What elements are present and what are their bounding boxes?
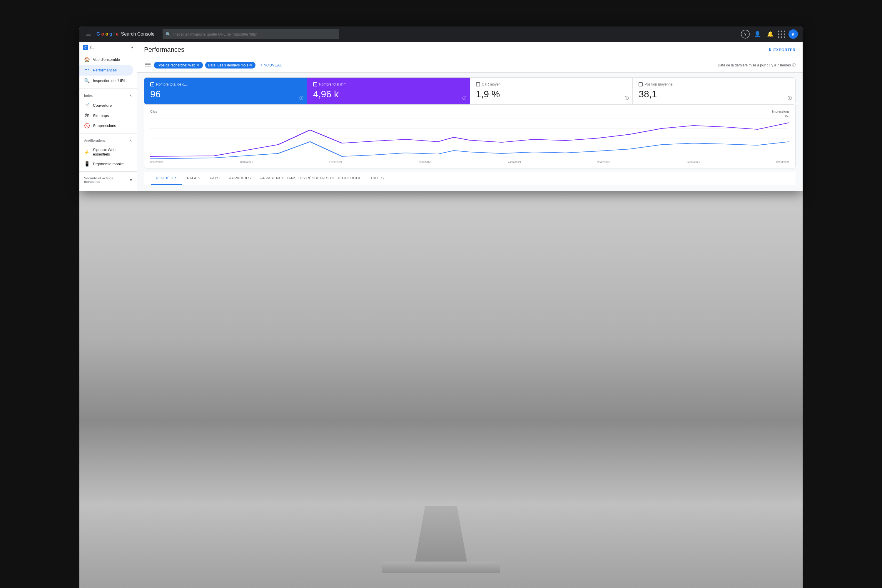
tab-apparence[interactable]: APPARENCE DANS LES RÉSULTATS DE RECHERCH…: [255, 172, 366, 184]
sidebar-item-label: Ergonomie mobile: [93, 162, 124, 166]
property-name: c...: [90, 45, 129, 50]
x-label: 08/03/2021: [776, 160, 789, 164]
index-nav-section: 📄 Couverture 🗺 Sitemaps 🚫 Suppressions: [80, 99, 137, 132]
metric-label: Nombre total d'im...: [319, 82, 350, 86]
anciens-chevron[interactable]: ▾: [130, 191, 132, 191]
metric-value: 1,9 %: [476, 89, 627, 100]
filter-chip-label: Type de recherche: Web: [157, 63, 195, 68]
sidebar-item-suppressions[interactable]: 🚫 Suppressions: [80, 120, 133, 131]
nav-divider-3: [80, 171, 137, 172]
topbar: ☰ Google Search Console 🔍 ? 👤 🔔 a: [80, 27, 802, 42]
sidebar-item-performances[interactable]: 〜 Performances: [80, 64, 133, 75]
signaux-web-icon: ⚡: [84, 149, 89, 155]
couverture-icon: 📄: [84, 103, 89, 108]
filter-chip-search-type[interactable]: Type de recherche: Web ✏: [154, 62, 203, 69]
securite-chevron[interactable]: ▾: [130, 178, 132, 182]
tab-requetes[interactable]: REQUÊTES: [151, 172, 182, 184]
metric-value: 4,96 k: [313, 89, 464, 100]
filter-chip-edit-icon: ✏: [196, 63, 200, 68]
metric-info-icon: ⓘ: [299, 96, 303, 101]
content-header: Performances ⬇ EXPORTER: [137, 42, 802, 58]
metric-info-icon: ⓘ: [462, 96, 466, 101]
metric-card-position[interactable]: Position moyenne 38,1 ⓘ: [633, 78, 795, 104]
x-label: 16/02/2021: [329, 160, 342, 164]
metrics-cards: ✓ Nombre total de c... 96 ⓘ ✓ Nombre tot…: [144, 77, 796, 105]
filter-icon[interactable]: [144, 61, 152, 69]
property-selector[interactable]: C c... ▾: [80, 42, 137, 53]
ergonomie-icon: 📱: [84, 161, 89, 167]
filter-chip-date[interactable]: Date: Les 3 derniers mois ✏: [205, 62, 256, 69]
search-nav-icon: 🔍: [84, 78, 89, 84]
metric-checkbox: ✓: [313, 82, 317, 86]
metric-card-impressions[interactable]: ✓ Nombre total d'im... 4,96 k ⓘ: [307, 78, 470, 104]
index-section-header: Index ∧: [80, 90, 137, 99]
property-chevron: ▾: [131, 45, 133, 50]
sidebar-item-url-inspection[interactable]: 🔍 Inspection de l'URL: [80, 75, 133, 86]
tab-dates[interactable]: DATES: [366, 172, 388, 184]
metric-info-icon: ⓘ: [625, 96, 629, 101]
metric-value: 38,1: [639, 89, 789, 100]
menu-icon[interactable]: ☰: [84, 29, 93, 39]
main-nav-section: 🏠 Vue d'ensemble 〜 Performances 🔍 Inspec…: [80, 53, 137, 87]
nav-divider-4: [80, 186, 137, 186]
users-button[interactable]: 👤: [752, 29, 763, 39]
tab-pays[interactable]: PAYS: [205, 172, 224, 184]
suppressions-icon: 🚫: [84, 123, 89, 129]
metric-card-clics[interactable]: ✓ Nombre total de c... 96 ⓘ: [144, 78, 307, 104]
main-layout: C c... ▾ 🏠 Vue d'ensemble 〜 Performances…: [80, 42, 802, 191]
chart-y-right-max: 450: [784, 114, 789, 118]
export-label: EXPORTER: [773, 48, 796, 52]
metric-card-header: ✓ Nombre total de c...: [150, 82, 301, 86]
chart-icon: 〜: [84, 67, 89, 73]
x-label: 04/03/2021: [687, 160, 700, 164]
apps-button[interactable]: [778, 30, 786, 38]
browser-window: ☰ Google Search Console 🔍 ? 👤 🔔 a: [80, 27, 802, 191]
app-logo: Google Search Console: [96, 32, 154, 37]
search-input[interactable]: [163, 29, 339, 39]
sidebar-item-label: Couverture: [93, 103, 112, 108]
chart-left-label: Clics: [150, 110, 157, 113]
help-button[interactable]: ?: [741, 30, 750, 39]
tab-appareils[interactable]: APPAREILS: [224, 172, 255, 184]
x-label: 12/02/2021: [240, 160, 253, 164]
sidebar-item-label: Vue d'ensemble: [93, 57, 120, 62]
securite-section-header[interactable]: Sécurité et actions manuelles ▾: [80, 173, 137, 184]
metric-card-ctr[interactable]: CTR moyen 1,9 % ⓘ: [470, 78, 633, 104]
metric-checkbox: [639, 82, 643, 86]
notifications-button[interactable]: 🔔: [765, 29, 776, 39]
new-filter-button[interactable]: + NOUVEAU: [258, 62, 285, 69]
metrics-area: ✓ Nombre total de c... 96 ⓘ ✓ Nombre tot…: [137, 73, 802, 189]
anciens-section-header[interactable]: Anciens outils et rapports ▾: [80, 187, 137, 191]
metric-info-icon: ⓘ: [788, 96, 792, 101]
export-button[interactable]: ⬇ EXPORTER: [768, 48, 796, 52]
sidebar-item-sitemaps[interactable]: 🗺 Sitemaps: [80, 111, 133, 120]
metric-value: 96: [150, 89, 301, 100]
topbar-actions: ? 👤 🔔 a: [741, 29, 798, 39]
metric-label: Position moyenne: [645, 82, 672, 86]
chart-svg: [150, 118, 789, 159]
search-bar: 🔍: [163, 29, 339, 39]
tab-pages[interactable]: PAGES: [182, 172, 205, 184]
x-label: 24/02/2021: [508, 160, 521, 164]
ameliorations-nav-section: ⚡ Signaux Web essentiels 📱 Ergonomie mob…: [80, 144, 137, 170]
chart-container: Clics Impressions 450: [144, 105, 796, 168]
index-chevron[interactable]: ∧: [129, 93, 132, 98]
filter-date-info: Date de la dernière mise à jour : il y a…: [718, 63, 796, 68]
date-update-label: Date de la dernière mise à jour : il y a…: [718, 63, 791, 68]
sidebar-item-ergonomie[interactable]: 📱 Ergonomie mobile: [80, 159, 133, 169]
sidebar-item-label: Inspection de l'URL: [93, 78, 126, 83]
x-label: 08/02/2021: [150, 160, 164, 164]
sidebar-item-overview[interactable]: 🏠 Vue d'ensemble: [80, 54, 133, 64]
metric-card-header: Position moyenne: [639, 82, 789, 86]
sidebar-item-couverture[interactable]: 📄 Couverture: [80, 100, 133, 111]
sidebar-item-label: Performances: [93, 68, 117, 72]
chart-right-label: Impressions: [772, 110, 789, 113]
user-avatar[interactable]: a: [789, 29, 798, 39]
ameliorations-chevron[interactable]: ∧: [129, 138, 132, 143]
info-icon: ⓘ: [792, 63, 796, 68]
search-icon: 🔍: [165, 32, 171, 36]
sidebar-item-label: Signaux Web essentiels: [93, 148, 129, 156]
monitor-base: [382, 561, 500, 573]
sidebar-item-signaux-web[interactable]: ⚡ Signaux Web essentiels: [80, 145, 133, 159]
x-label: 28/02/2021: [597, 160, 610, 164]
